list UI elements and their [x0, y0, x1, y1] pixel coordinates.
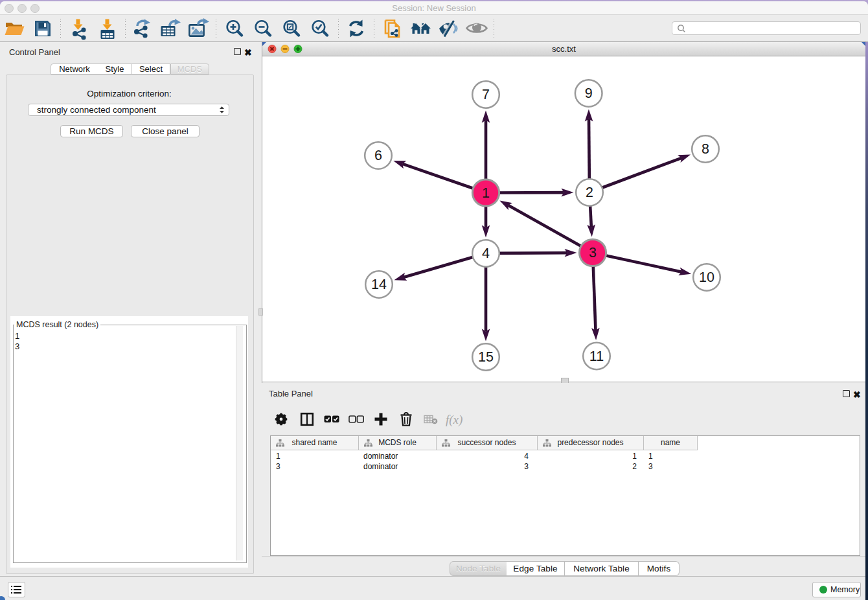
- svg-text:14: 14: [371, 277, 387, 292]
- svg-text:11: 11: [589, 349, 604, 364]
- svg-text:1: 1: [482, 185, 490, 201]
- svg-text:6: 6: [374, 148, 382, 163]
- svg-text:3: 3: [589, 245, 597, 260]
- svg-text:15: 15: [478, 349, 494, 365]
- svg-text:2: 2: [586, 185, 593, 200]
- svg-text:7: 7: [482, 87, 490, 102]
- svg-text:8: 8: [702, 141, 709, 157]
- svg-text:4: 4: [482, 246, 490, 261]
- svg-text:10: 10: [699, 270, 714, 285]
- svg-text:9: 9: [585, 86, 593, 101]
